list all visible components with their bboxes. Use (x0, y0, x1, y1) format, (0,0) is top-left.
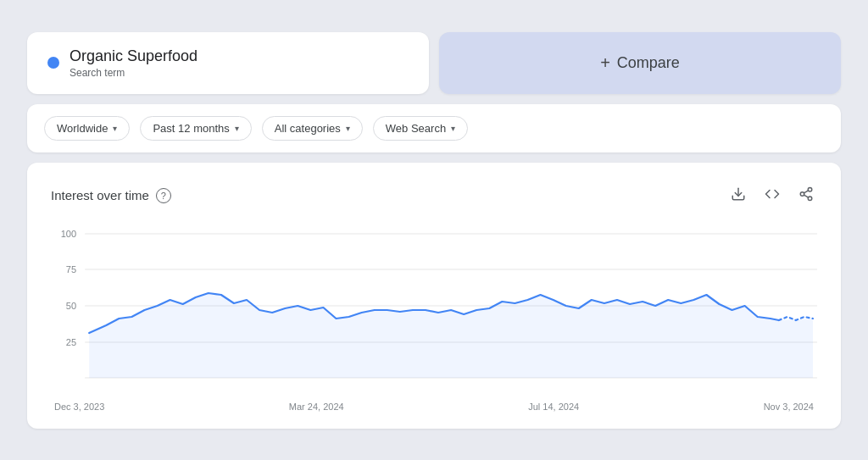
chart-actions (727, 183, 817, 208)
share-button[interactable] (795, 183, 817, 208)
time-range-chevron-icon: ▾ (235, 124, 239, 133)
category-filter-label: All categories (275, 122, 341, 135)
search-term-name: Organic Superfood (70, 47, 198, 65)
chart-title-group: Interest over time ? (51, 188, 171, 203)
location-filter[interactable]: Worldwide ▾ (44, 116, 130, 141)
term-dot (47, 57, 59, 69)
chart-header: Interest over time ? (51, 183, 817, 208)
main-container: Organic Superfood Search term + Compare … (27, 32, 841, 429)
x-label-3: Jul 14, 2024 (528, 402, 579, 412)
search-type-chevron-icon: ▾ (451, 124, 455, 133)
svg-text:100: 100 (61, 229, 76, 239)
svg-line-5 (804, 190, 808, 192)
location-filter-label: Worldwide (57, 122, 108, 135)
x-label-4: Nov 3, 2024 (764, 402, 814, 412)
search-term-label: Search term (70, 67, 198, 79)
chart-area: 100 75 50 25 (51, 225, 817, 395)
category-chevron-icon: ▾ (346, 124, 350, 133)
download-button[interactable] (727, 183, 749, 208)
filters-row: Worldwide ▾ Past 12 months ▾ All categor… (27, 104, 841, 152)
top-row: Organic Superfood Search term + Compare (27, 32, 841, 94)
svg-text:75: 75 (66, 264, 76, 274)
chart-card: Interest over time ? (27, 163, 841, 429)
category-filter[interactable]: All categories ▾ (262, 116, 363, 141)
help-icon[interactable]: ? (156, 188, 171, 203)
svg-line-4 (804, 195, 808, 197)
location-chevron-icon: ▾ (113, 124, 117, 133)
time-range-filter-label: Past 12 months (153, 122, 229, 135)
compare-card[interactable]: + Compare (439, 32, 841, 94)
svg-text:25: 25 (66, 337, 76, 347)
search-type-filter-label: Web Search (386, 122, 446, 135)
time-range-filter[interactable]: Past 12 months ▾ (140, 116, 251, 141)
compare-plus-icon: + (600, 53, 610, 73)
search-term-card: Organic Superfood Search term (27, 32, 429, 94)
search-term-text: Organic Superfood Search term (70, 47, 198, 79)
svg-text:50: 50 (66, 301, 76, 311)
compare-label: Compare (617, 54, 680, 72)
x-label-2: Mar 24, 2024 (289, 402, 344, 412)
x-labels: Dec 3, 2023 Mar 24, 2024 Jul 14, 2024 No… (51, 402, 817, 412)
chart-title: Interest over time (51, 188, 149, 202)
x-label-1: Dec 3, 2023 (54, 402, 104, 412)
search-type-filter[interactable]: Web Search ▾ (373, 116, 468, 141)
embed-button[interactable] (761, 183, 783, 208)
chart-svg: 100 75 50 25 (51, 225, 817, 395)
